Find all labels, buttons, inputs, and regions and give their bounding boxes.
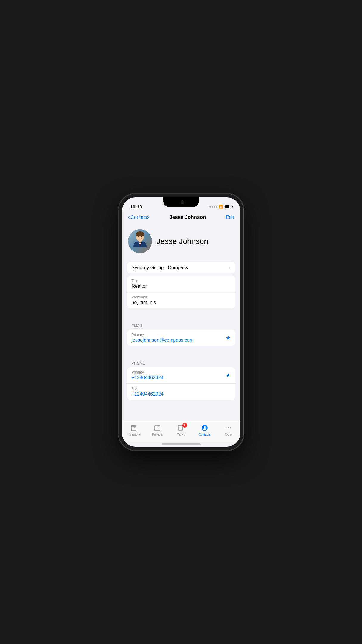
content-area: Jesse Johnson Synergy Group - Compass › …	[122, 223, 240, 421]
signal-icon	[209, 206, 217, 208]
svg-rect-10	[178, 425, 183, 430]
phone-fax-label: Fax	[132, 387, 231, 391]
company-card: Synergy Group - Compass ›	[127, 262, 235, 273]
svg-rect-3	[136, 234, 144, 236]
email-primary-row[interactable]: Primary jessejohnson@compass.com ★	[127, 330, 235, 346]
edit-button[interactable]: Edit	[226, 215, 234, 220]
nav-bar: ‹ Contacts Jesse Johnson Edit	[122, 212, 240, 223]
pronouns-value: he, him, his	[132, 300, 231, 305]
projects-icon	[153, 424, 161, 432]
email-primary-label: Primary	[132, 333, 226, 337]
wifi-icon: 📶	[219, 205, 223, 209]
phone-star-icon[interactable]: ★	[226, 372, 231, 379]
pronouns-row: Pronouns he, him, his	[127, 292, 235, 308]
phone-frame: 10:13 📶 ‹ Contacts	[119, 194, 244, 450]
info-card: Title Realtor Pronouns he, him, his	[127, 276, 235, 308]
title-label: Title	[132, 279, 231, 283]
company-row[interactable]: Synergy Group - Compass ›	[127, 262, 235, 273]
phone-card: Primary +12404462924 ★ Fax +12404462924	[127, 367, 235, 400]
tab-projects-label: Projects	[152, 433, 163, 436]
phone-primary-value: +12404462924	[132, 375, 226, 380]
company-chevron-icon: ›	[229, 265, 230, 270]
status-icons: 📶	[209, 205, 232, 209]
email-section-header: EMAIL	[122, 320, 240, 330]
inventory-icon	[130, 424, 138, 432]
notch	[163, 197, 199, 207]
tab-inventory-label: Inventory	[128, 433, 140, 436]
home-indicator	[162, 443, 201, 445]
profile-section: Jesse Johnson	[122, 223, 240, 262]
phone-section-header: PHONE	[122, 358, 240, 367]
pronouns-label: Pronouns	[132, 295, 231, 299]
contacts-icon	[201, 424, 209, 432]
back-chevron-icon: ‹	[128, 214, 130, 220]
profile-name: Jesse Johnson	[157, 237, 208, 246]
svg-point-8	[133, 425, 134, 426]
more-icon	[224, 424, 232, 432]
tab-inventory[interactable]: Inventory	[122, 424, 146, 436]
svg-rect-7	[131, 426, 136, 431]
svg-rect-6	[139, 241, 141, 242]
back-button[interactable]: ‹ Contacts	[128, 214, 150, 220]
tab-contacts-label: Contacts	[199, 433, 210, 436]
phone-fax-row[interactable]: Fax +12404462924	[127, 384, 235, 400]
tab-projects[interactable]: Projects	[146, 424, 169, 436]
status-bar: 10:13 📶	[122, 197, 240, 212]
company-name: Synergy Group - Compass	[132, 265, 188, 270]
title-row: Title Realtor	[127, 276, 235, 292]
svg-point-14	[228, 427, 229, 428]
phone-fax-value: +12404462924	[132, 391, 231, 397]
tab-bar: Inventory Projects	[122, 421, 240, 442]
phone-screen: 10:13 📶 ‹ Contacts	[122, 197, 240, 447]
svg-point-15	[230, 427, 231, 428]
svg-point-13	[226, 427, 227, 428]
tasks-icon: 1	[177, 424, 185, 432]
title-value: Realtor	[132, 284, 231, 289]
status-time: 10:13	[130, 204, 142, 209]
back-label: Contacts	[131, 215, 150, 220]
nav-title: Jesse Johnson	[169, 214, 206, 220]
svg-rect-9	[155, 426, 160, 431]
tab-more[interactable]: More	[216, 424, 240, 436]
battery-icon	[225, 205, 232, 208]
email-star-icon[interactable]: ★	[226, 335, 231, 341]
svg-point-12	[204, 426, 206, 428]
tab-contacts[interactable]: Contacts	[193, 424, 216, 436]
tab-more-label: More	[225, 433, 232, 436]
camera	[181, 200, 184, 204]
email-card: Primary jessejohnson@compass.com ★	[127, 330, 235, 346]
tab-tasks-label: Tasks	[177, 433, 185, 436]
tab-tasks[interactable]: 1 Tasks	[169, 424, 193, 436]
tasks-badge: 1	[182, 423, 187, 428]
avatar	[128, 229, 152, 253]
phone-primary-row[interactable]: Primary +12404462924 ★	[127, 367, 235, 384]
email-primary-value: jessejohnson@compass.com	[132, 338, 226, 343]
svg-point-4	[138, 236, 139, 237]
svg-point-5	[141, 236, 142, 237]
phone-primary-label: Primary	[132, 370, 226, 374]
